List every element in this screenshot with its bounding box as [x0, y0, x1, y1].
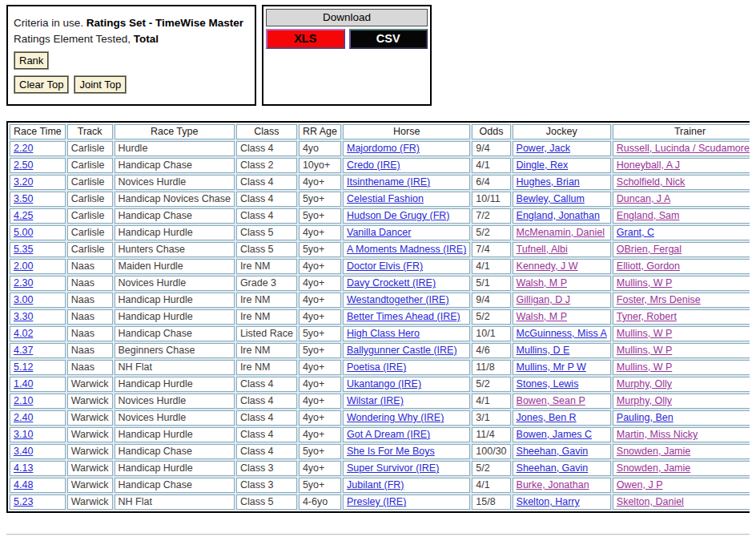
horse-link[interactable]: Wondering Why (IRE) [347, 412, 444, 423]
horse-link[interactable]: Poetisa (IRE) [347, 361, 406, 373]
jockey-link[interactable]: Tufnell, Albi [517, 244, 568, 255]
jockey-link[interactable]: Mullins, D E [517, 345, 570, 356]
trainer-link[interactable]: Mullins, W P [617, 277, 672, 289]
race-time-link[interactable]: 5.23 [14, 496, 33, 507]
horse-link[interactable]: Majordomo (FR) [347, 143, 420, 154]
race-time-link[interactable]: 2.00 [14, 260, 33, 272]
race-time-link[interactable]: 3.50 [14, 193, 33, 204]
race-time-link[interactable]: 4.37 [14, 345, 33, 356]
jockey-link[interactable]: McGuinness, Miss A [517, 328, 607, 339]
horse-link[interactable]: Presley (IRE) [347, 496, 406, 507]
jockey-link[interactable]: England, Jonathan [517, 210, 600, 221]
jockey-link[interactable]: Mullins, Mr P W [517, 361, 586, 373]
jockey-link[interactable]: Bewley, Callum [517, 193, 585, 204]
csv-download-button[interactable]: CSV [349, 29, 428, 49]
race-time-link[interactable]: 3.40 [14, 446, 33, 457]
jockey-link[interactable]: Sheehan, Gavin [517, 446, 589, 457]
trainer-link[interactable]: Foster, Mrs Denise [617, 294, 701, 305]
horse-link[interactable]: She Is For Me Boys [347, 446, 435, 457]
race-time-link[interactable]: 3.10 [14, 429, 33, 440]
trainer-link[interactable]: Grant, C [617, 227, 654, 238]
race-time-link[interactable]: 4.02 [14, 328, 33, 339]
trainer-link[interactable]: Duncan, J A [617, 193, 670, 204]
jockey-link[interactable]: Kennedy, J W [517, 260, 578, 272]
jockey-link[interactable]: Sheehan, Gavin [517, 462, 589, 474]
odds-cell: 10/11 [472, 192, 510, 207]
trainer-link[interactable]: England, Sam [617, 210, 680, 221]
race-time-link[interactable]: 3.20 [14, 176, 33, 188]
jockey-link[interactable]: Power, Jack [517, 143, 570, 154]
jockey-link[interactable]: Burke, Jonathan [517, 479, 589, 490]
horse-link[interactable]: Doctor Elvis (FR) [347, 260, 423, 272]
race-time-link[interactable]: 5.12 [14, 361, 33, 373]
trainer-cell: Mullins, W P [613, 326, 750, 341]
horse-link[interactable]: Wilstar (IRE) [347, 395, 404, 406]
horse-link[interactable]: Jubilant (FR) [347, 479, 404, 490]
horse-link[interactable]: Better Times Ahead (IRE) [347, 311, 460, 322]
trainer-link[interactable]: Mullins, W P [617, 328, 672, 339]
trainer-link[interactable]: Honeyball, A J [617, 159, 680, 171]
horse-link[interactable]: Itsinthename (IRE) [347, 176, 430, 188]
horse-link[interactable]: Vanilla Dancer [347, 227, 411, 238]
race-time-link[interactable]: 3.00 [14, 294, 33, 305]
rank-button[interactable]: Rank [14, 52, 48, 69]
joint-top-button[interactable]: Joint Top [74, 76, 126, 93]
trainer-link[interactable]: Martin, Miss Nicky [617, 429, 698, 440]
horse-link[interactable]: Hudson De Grugy (FR) [347, 210, 450, 221]
jockey-link[interactable]: Walsh, M P [517, 311, 567, 322]
horse-link[interactable]: Westandtogether (IRE) [347, 294, 449, 305]
trainer-link[interactable]: Murphy, Olly [617, 395, 672, 406]
race-time-link[interactable]: 4.25 [14, 210, 33, 221]
trainer-link[interactable]: Russell, Lucinda / Scudamore, M [617, 143, 750, 154]
xls-download-button[interactable]: XLS [266, 29, 345, 49]
race-time-link[interactable]: 2.10 [14, 395, 33, 406]
horse-link[interactable]: Celestial Fashion [347, 193, 424, 204]
horse-link[interactable]: Super Survivor (IRE) [347, 462, 439, 474]
race-time-link[interactable]: 2.50 [14, 159, 33, 171]
jockey-link[interactable]: Hughes, Brian [517, 176, 580, 188]
horse-link[interactable]: Ballygunner Castle (IRE) [347, 345, 457, 356]
trainer-link[interactable]: Mullins, W P [617, 345, 672, 356]
race-time-link[interactable]: 4.48 [14, 479, 33, 490]
race-time-link[interactable]: 5.35 [14, 244, 33, 255]
table-row: 3.40WarwickHandicap ChaseClass 45yo+She … [10, 444, 750, 459]
jockey-link[interactable]: Bowen, James C [517, 429, 592, 440]
race-time-link[interactable]: 2.30 [14, 277, 33, 289]
trainer-link[interactable]: Mullins, W P [617, 361, 672, 373]
trainer-link[interactable]: Snowden, Jamie [617, 462, 690, 474]
race-time-link[interactable]: 5.00 [14, 227, 33, 238]
jockey-link[interactable]: Gilligan, D J [517, 294, 570, 305]
race-time-link[interactable]: 2.20 [14, 143, 33, 154]
jockey-cell: Tufnell, Albi [513, 242, 611, 257]
trainer-link[interactable]: Elliott, Gordon [617, 260, 680, 272]
jockey-link[interactable]: Walsh, M P [517, 277, 567, 289]
trainer-link[interactable]: Skelton, Daniel [617, 496, 684, 507]
horse-link[interactable]: High Class Hero [347, 328, 420, 339]
jockey-link[interactable]: Bowen, Sean P [517, 395, 585, 406]
horse-link[interactable]: Davy Crockett (IRE) [347, 277, 436, 289]
jockey-link[interactable]: Jones, Ben R [517, 412, 577, 423]
race-time-link[interactable]: 1.40 [14, 378, 33, 390]
horse-link[interactable]: Ukantango (IRE) [347, 378, 421, 390]
race-type-cell: Hunters Chase [115, 242, 235, 257]
horse-link[interactable]: Got A Dream (IRE) [347, 429, 430, 440]
trainer-link[interactable]: Murphy, Olly [617, 378, 672, 390]
trainer-link[interactable]: Tyner, Robert [617, 311, 677, 322]
race-time-link[interactable]: 3.30 [14, 311, 33, 322]
jockey-link[interactable]: Skelton, Harry [517, 496, 580, 507]
jockey-link[interactable]: Stones, Lewis [517, 378, 579, 390]
race-time-link[interactable]: 4.13 [14, 462, 33, 474]
trainer-link[interactable]: Owen, J P [617, 479, 663, 490]
trainer-link[interactable]: Snowden, Jamie [617, 446, 690, 457]
jockey-link[interactable]: Dingle, Rex [517, 159, 569, 171]
race-time-link[interactable]: 2.40 [14, 412, 33, 423]
horse-link[interactable]: Credo (IRE) [347, 159, 400, 171]
trainer-link[interactable]: OBrien, Fergal [617, 244, 682, 255]
horse-link[interactable]: A Moments Madness (IRE) [347, 244, 466, 255]
clear-top-button[interactable]: Clear Top [14, 76, 68, 93]
jockey-cell: McMenamin, Daniel [513, 225, 611, 240]
horse-cell: Vanilla Dancer [343, 225, 470, 240]
jockey-link[interactable]: McMenamin, Daniel [517, 227, 605, 238]
trainer-link[interactable]: Pauling, Ben [617, 412, 674, 423]
trainer-link[interactable]: Scholfield, Nick [617, 176, 685, 188]
